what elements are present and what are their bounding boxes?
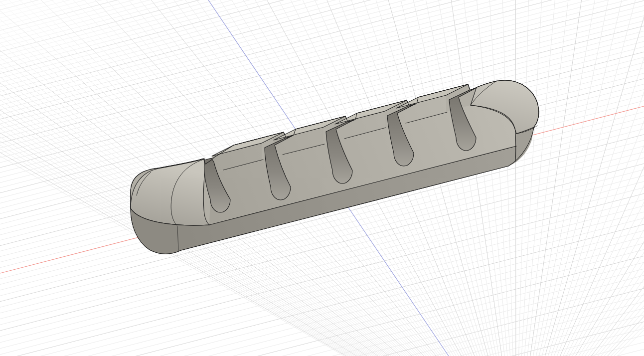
grid-line <box>0 0 644 60</box>
grid-line <box>558 0 644 356</box>
grid-line <box>0 237 644 356</box>
grid-line <box>588 0 644 356</box>
grid-line <box>0 0 644 96</box>
grid-line <box>0 0 644 14</box>
grid-line <box>502 0 513 356</box>
grid-line <box>546 0 644 356</box>
cad-viewport[interactable] <box>0 0 644 356</box>
grid-line <box>0 0 644 18</box>
grid-line <box>489 0 510 356</box>
grid-line <box>555 0 644 356</box>
grid-line <box>570 0 644 356</box>
grid-line <box>477 0 508 356</box>
grid-line <box>538 0 623 356</box>
grid-line <box>527 0 569 356</box>
left-end-dome[interactable] <box>131 159 209 225</box>
grid-line <box>0 282 644 356</box>
grid-line <box>0 0 644 56</box>
viewport-canvas[interactable] <box>0 0 644 356</box>
